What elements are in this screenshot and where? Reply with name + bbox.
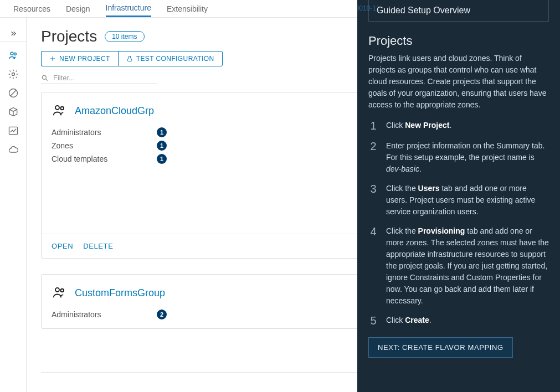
expand-sidebar-button[interactable] — [0, 27, 26, 42]
new-project-label: NEW PROJECT — [59, 55, 110, 63]
svg-point-5 — [42, 75, 46, 79]
svg-point-1 — [14, 53, 16, 55]
svg-point-7 — [55, 106, 59, 110]
project-card-title[interactable]: CustomFormsGroup — [75, 287, 165, 299]
project-stat-badge: 1 — [157, 154, 167, 164]
tab-extensibility[interactable]: Extensibility — [167, 1, 208, 17]
help-step-number: 3 — [368, 183, 378, 218]
test-configuration-label: TEST CONFIGURATION — [136, 55, 214, 63]
project-stat-badge: 2 — [157, 310, 167, 319]
filter-input[interactable] — [52, 73, 157, 82]
project-stat-label: Administrators — [52, 310, 157, 319]
group-icon — [52, 102, 67, 120]
page-title: Projects — [41, 28, 97, 45]
svg-point-0 — [11, 52, 13, 55]
tab-design[interactable]: Design — [66, 1, 90, 17]
project-stat-label: Cloud templates — [52, 154, 157, 163]
help-step-text: Click the Users tab and add one or more … — [386, 183, 549, 218]
help-step-number: 5 — [368, 314, 378, 327]
compass-nav-icon[interactable] — [8, 87, 19, 99]
new-project-button[interactable]: NEW PROJECT — [41, 51, 118, 66]
help-step-number: 2 — [368, 140, 378, 175]
open-button[interactable]: OPEN — [52, 242, 73, 250]
filter-box — [41, 72, 157, 84]
help-step-text: Click Create. — [386, 314, 431, 327]
project-stat-label: Zones — [52, 141, 157, 150]
help-panel: tion]]-00010-11 Guided Setup Overview Pr… — [357, 0, 560, 392]
next-create-flavor-mapping-button[interactable]: NEXT: CREATE FLAVOR MAPPING — [368, 337, 513, 358]
svg-point-10 — [60, 289, 64, 292]
side-iconbar — [0, 18, 27, 392]
app-root: ResourcesDesignInfrastructureExtensibili… — [0, 0, 560, 392]
cloud-nav-icon[interactable] — [8, 144, 19, 155]
item-count-pill: 10 items — [105, 31, 144, 42]
svg-point-9 — [55, 288, 59, 292]
help-step: 5Click Create. — [368, 314, 549, 327]
help-heading: Projects — [368, 34, 549, 48]
project-stat-badge: 1 — [157, 127, 167, 137]
help-step: 4Click the Provisioning tab and add one … — [368, 225, 549, 307]
help-step: 2Enter project information on the Summar… — [368, 140, 549, 175]
help-step: 1Click New Project. — [368, 120, 549, 132]
guided-setup-overview-button[interactable]: Guided Setup Overview — [368, 0, 549, 22]
search-icon — [41, 74, 49, 82]
chart-nav-icon[interactable] — [8, 125, 19, 136]
box-nav-icon[interactable] — [8, 106, 19, 117]
test-configuration-button[interactable]: TEST CONFIGURATION — [118, 51, 223, 66]
svg-point-8 — [60, 107, 64, 110]
svg-point-2 — [12, 73, 14, 76]
gear-nav-icon[interactable] — [8, 69, 19, 80]
help-steps: 1Click New Project.2Enter project inform… — [368, 120, 549, 327]
group-icon — [52, 285, 67, 302]
tab-resources[interactable]: Resources — [13, 1, 50, 17]
help-step-text: Click the Provisioning tab and add one o… — [386, 225, 549, 307]
help-step-text: Click New Project. — [386, 120, 451, 132]
project-card-title[interactable]: AmazonCloudGrp — [75, 105, 154, 117]
help-intro: Projects link users and cloud zones. Thi… — [368, 53, 549, 111]
help-step-number: 4 — [368, 225, 378, 307]
projects-nav-icon[interactable] — [8, 50, 19, 61]
tab-infrastructure[interactable]: Infrastructure — [106, 0, 151, 17]
project-stat-label: Administrators — [52, 128, 157, 137]
help-step: 3Click the Users tab and add one or more… — [368, 183, 549, 218]
partial-hidden-text: tion]]-00010-11 — [357, 4, 380, 12]
project-stat-badge: 1 — [157, 141, 167, 151]
help-step-number: 1 — [368, 120, 378, 132]
delete-button[interactable]: DELETE — [83, 242, 113, 250]
help-step-text: Enter project information on the Summary… — [386, 140, 549, 175]
